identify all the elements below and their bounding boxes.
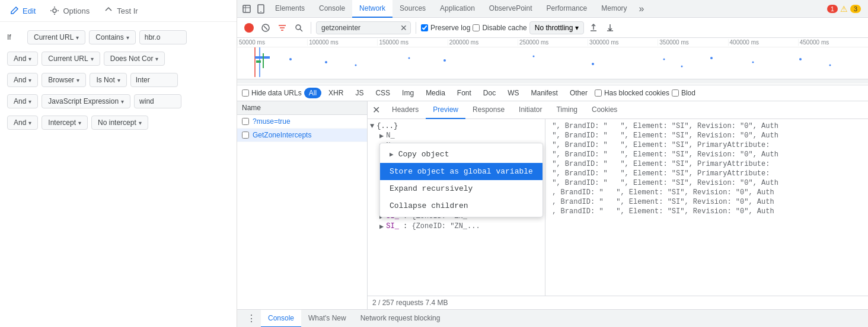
connector-btn-5[interactable]: And ▾	[7, 116, 38, 130]
has-blocked-cookies-check[interactable]	[595, 89, 602, 97]
connector-btn-3[interactable]: And ▾	[7, 73, 38, 87]
filter-img[interactable]: Img	[397, 88, 419, 98]
timeline: 50000 ms 100000 ms 150000 ms 200000 ms 2…	[237, 38, 868, 85]
search-icon	[294, 23, 304, 33]
filter-doc[interactable]: Doc	[478, 88, 500, 98]
caret-icon-5c: ▾	[139, 120, 142, 126]
bottom-more-btn[interactable]: ⋮	[242, 313, 261, 324]
detail-tab-preview[interactable]: Preview	[426, 101, 465, 119]
connector-btn-2[interactable]: And ▾	[7, 52, 38, 66]
test-button[interactable]: Test Ir	[104, 6, 138, 15]
detail-tab-response[interactable]: Response	[465, 101, 512, 119]
context-menu-expand[interactable]: Expand recursively	[380, 180, 542, 197]
detail-close-btn[interactable]: ✕	[368, 101, 385, 119]
devtools-panel: Elements Console Network Sources Applica…	[237, 0, 868, 327]
tab-performance[interactable]: Performance	[540, 0, 595, 18]
upload-icon	[589, 23, 598, 33]
json-arrow-1[interactable]: ▶	[379, 132, 384, 140]
tab-application[interactable]: Application	[433, 0, 482, 18]
search-clear-btn[interactable]: ✕	[400, 23, 407, 33]
operator-label-1: Contains	[95, 33, 123, 41]
svg-point-15	[355, 65, 357, 66]
search-input[interactable]	[316, 21, 411, 34]
blocked-requests-label[interactable]: Blod	[672, 89, 695, 97]
svg-point-24	[799, 58, 802, 60]
svg-point-19	[592, 63, 594, 65]
json-right-row-si3: , BrandID: " ", Element: "SI", Revision:…	[548, 207, 866, 216]
context-menu-copy[interactable]: ▶ Copy object	[380, 146, 542, 163]
download-btn[interactable]	[603, 21, 617, 35]
context-menu-collapse[interactable]: Collapse children	[380, 197, 542, 214]
bottom-tab-network-blocking[interactable]: Network request blocking	[353, 310, 448, 328]
preserve-log-checkbox[interactable]: Preserve log	[421, 24, 470, 32]
network-item-2[interactable]: GetZoneIntercepts	[237, 129, 367, 142]
tab-memory[interactable]: Memory	[594, 0, 634, 18]
value-4[interactable]: wind	[134, 94, 181, 108]
tab-observepoint[interactable]: ObservePoint	[482, 0, 540, 18]
value-3[interactable]: Inter	[130, 73, 178, 87]
operator-btn-3[interactable]: Is Not ▾	[90, 73, 126, 87]
throttle-select[interactable]: No throttling ▾	[529, 21, 585, 34]
bottom-tab-whats-new[interactable]: What's New	[301, 310, 353, 328]
tab-console[interactable]: Console	[312, 0, 352, 18]
field-btn-5[interactable]: Intercept ▾	[42, 116, 88, 130]
filter-manifest[interactable]: Manifest	[526, 88, 563, 98]
network-item-checkbox-1[interactable]	[242, 118, 249, 125]
disable-cache-check[interactable]	[473, 24, 480, 31]
filter-xhr[interactable]: XHR	[324, 88, 348, 98]
detail-tab-timing[interactable]: Timing	[549, 101, 585, 119]
more-tabs-btn[interactable]: »	[634, 4, 649, 14]
filter-all[interactable]: All	[304, 88, 321, 98]
disable-cache-checkbox[interactable]: Disable cache	[473, 24, 526, 32]
options-button[interactable]: Options	[50, 6, 90, 15]
filter-css[interactable]: CSS	[371, 88, 395, 98]
json-right-row-3: ", BrandID: " ", Element: "SI", PrimaryA…	[548, 140, 866, 150]
json-arrow-si3[interactable]: ▶	[379, 222, 384, 231]
detail-tab-cookies[interactable]: Cookies	[585, 101, 624, 119]
connector-btn-4[interactable]: And ▾	[7, 94, 38, 108]
timeline-scrollbar[interactable]	[237, 79, 868, 84]
record-button[interactable]	[242, 21, 256, 35]
edit-button[interactable]: Edit	[9, 6, 36, 15]
hide-data-urls-check[interactable]	[242, 89, 249, 97]
tab-sources[interactable]: Sources	[392, 0, 433, 18]
field-btn-2[interactable]: Current URL ▾	[42, 52, 100, 66]
context-menu-store[interactable]: Store object as global variable	[380, 163, 542, 180]
blocked-requests-check[interactable]	[672, 89, 679, 97]
tab-network[interactable]: Network	[352, 0, 392, 18]
field-btn-4[interactable]: JavaScript Expression ▾	[42, 94, 130, 108]
tab-elements[interactable]: Elements	[268, 0, 312, 18]
tick-2: 150000 ms	[377, 39, 447, 46]
inspect-icon-btn[interactable]	[240, 2, 254, 16]
detail-tab-headers[interactable]: Headers	[385, 101, 426, 119]
json-tree: ▼ {...} ▶ N_ ▶ N_ ▶ N_	[368, 119, 545, 296]
search-btn[interactable]	[292, 21, 306, 35]
upload-btn[interactable]	[586, 21, 601, 35]
status-text: 2 / 257 requests 7.4 MB	[372, 299, 448, 307]
has-blocked-cookies-label[interactable]: Has blocked cookies	[595, 89, 669, 97]
value-1[interactable]: hbr.o	[139, 30, 187, 44]
detail-tab-initiator[interactable]: Initiator	[512, 101, 549, 119]
filter-other[interactable]: Other	[565, 88, 592, 98]
json-arrow-root[interactable]: ▼	[370, 122, 374, 130]
network-item-checkbox-2[interactable]	[242, 132, 249, 139]
filter-ws[interactable]: WS	[503, 88, 524, 98]
filter-font[interactable]: Font	[452, 88, 476, 98]
operator-btn-2[interactable]: Does Not Cor ▾	[104, 52, 165, 66]
clear-button[interactable]	[259, 21, 273, 35]
filter-btn[interactable]	[275, 21, 289, 35]
bottom-tab-console[interactable]: Console	[261, 310, 301, 328]
filter-media[interactable]: Media	[421, 88, 450, 98]
operator-btn-1[interactable]: Contains ▾	[89, 30, 135, 44]
hide-data-urls-label[interactable]: Hide data URLs	[242, 89, 302, 97]
device-icon-btn[interactable]	[254, 2, 268, 16]
operator-btn-5[interactable]: No intercept ▾	[91, 116, 148, 130]
field-btn-1[interactable]: Current URL ▾	[27, 30, 85, 44]
field-btn-3[interactable]: Browser ▾	[42, 73, 86, 87]
svg-point-6	[296, 25, 301, 30]
network-item-1[interactable]: ?muse=true	[237, 115, 367, 129]
filter-js[interactable]: JS	[350, 88, 368, 98]
network-item-name-2: GetZoneIntercepts	[253, 131, 362, 139]
preserve-log-check[interactable]	[421, 24, 428, 31]
connector-label-4: And	[14, 97, 26, 105]
